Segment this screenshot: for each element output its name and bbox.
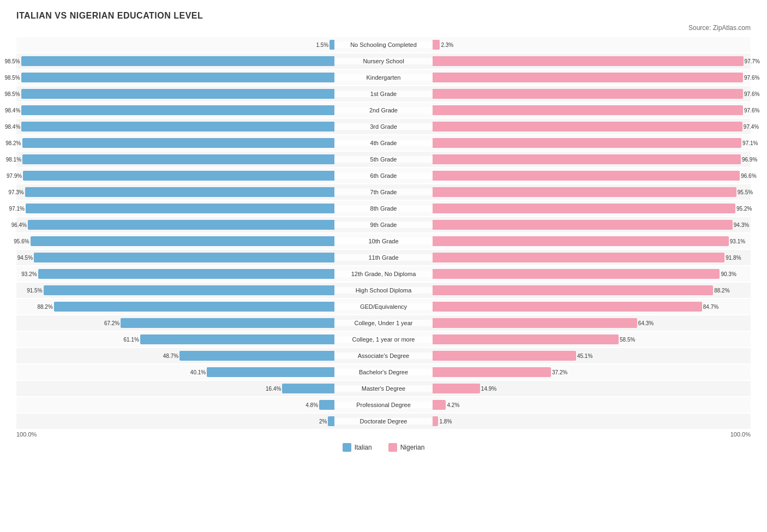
row-label: 8th Grade [334,205,433,212]
row-label: Bachelor's Degree [334,369,433,375]
chart-row: 98.2% 4th Grade 97.1% [16,135,751,151]
italian-value: 2% [319,419,327,425]
chart-row: 48.7% Associate's Degree 45.1% [16,348,751,363]
legend-nigerian: Nigerian [388,443,425,452]
chart-row: 16.4% Master's Degree 14.9% [16,381,751,396]
nigerian-value: 97.6% [744,91,759,97]
nigerian-bar: 97.4% [433,122,742,131]
nigerian-value: 96.9% [742,157,757,163]
italian-value: 96.4% [11,222,27,228]
nigerian-bar: 97.6% [433,73,743,82]
nigerian-bar: 97.6% [433,105,743,115]
nigerian-value: 14.9% [481,386,496,392]
italian-value: 67.2% [104,320,119,326]
nigerian-value: 45.1% [577,353,592,359]
nigerian-value: 1.8% [439,419,452,425]
nigerian-bar: 96.6% [433,171,740,181]
italian-value: 98.1% [6,157,21,163]
row-label: Master's Degree [334,385,433,392]
chart-row: 93.2% 12th Grade, No Diploma 90.3% [16,266,751,282]
italian-value: 61.1% [123,337,139,343]
legend-italian-box [343,443,351,452]
italian-value: 4.8% [305,402,318,408]
nigerian-bar: 64.3% [433,318,637,328]
italian-value: 98.2% [5,140,21,146]
italian-bar: 97.9% [23,171,334,181]
italian-bar: 97.1% [26,204,334,213]
axis-left-label: 100.0% [16,431,334,438]
row-label: College, 1 year or more [334,336,433,343]
legend-italian-label: Italian [355,444,372,451]
chart-row: 1.5% No Schooling Completed 2.3% [16,37,751,52]
nigerian-value: 2.3% [441,42,453,48]
nigerian-value: 93.1% [730,238,745,244]
nigerian-value: 4.2% [447,402,459,408]
nigerian-value: 97.6% [744,75,759,81]
row-label: Kindergarten [334,74,433,81]
chart-row: 98.5% Kindergarten 97.6% [16,70,751,85]
nigerian-bar: 37.2% [433,367,551,377]
nigerian-bar: 58.5% [433,334,619,344]
axis-row: 100.0% 100.0% [16,431,751,438]
italian-value: 93.2% [21,271,37,277]
italian-value: 95.6% [14,238,29,244]
nigerian-value: 97.1% [742,140,758,146]
legend-nigerian-box [388,443,397,452]
italian-value: 48.7% [163,353,178,359]
nigerian-bar: 94.3% [433,220,733,230]
italian-value: 98.5% [4,91,20,97]
italian-bar: 98.4% [21,122,334,131]
italian-bar: 40.1% [207,367,334,377]
chart-row: 2% Doctorate Degree 1.8% [16,414,751,429]
row-label: 10th Grade [334,238,433,244]
nigerian-bar: 95.2% [433,204,735,213]
italian-bar: 67.2% [121,318,334,328]
row-label: 5th Grade [334,156,433,163]
row-label: 4th Grade [334,140,433,146]
chart-row: 98.4% 2nd Grade 97.6% [16,103,751,118]
nigerian-bar: 88.2% [433,285,713,295]
italian-bar: 2% [328,416,334,426]
nigerian-bar: 91.8% [433,253,724,262]
nigerian-value: 37.2% [552,369,567,375]
italian-bar: 98.4% [21,105,334,115]
nigerian-value: 97.6% [744,107,759,113]
italian-value: 91.5% [27,288,42,294]
chart-row: 95.6% 10th Grade 93.1% [16,234,751,249]
italian-value: 97.3% [8,189,23,195]
nigerian-value: 64.3% [638,320,654,326]
italian-bar: 95.6% [31,236,334,246]
italian-bar: 96.4% [28,220,334,230]
row-label: 12th Grade, No Diploma [334,271,433,277]
nigerian-bar: 97.6% [433,89,743,99]
chart-row: 98.5% 1st Grade 97.6% [16,86,751,101]
chart-container: 1.5% No Schooling Completed 2.3% 98.5% N… [16,37,751,429]
chart-row: 88.2% GED/Equivalency 84.7% [16,299,751,314]
italian-bar: 61.1% [140,334,334,344]
italian-bar: 98.5% [21,73,334,82]
row-label: 2nd Grade [334,107,433,113]
italian-bar: 91.5% [44,285,334,295]
chart-row: 40.1% Bachelor's Degree 37.2% [16,364,751,380]
italian-bar: 98.5% [21,56,334,66]
italian-value: 98.4% [5,124,20,130]
chart-row: 91.5% High School Diploma 88.2% [16,283,751,298]
chart-row: 4.8% Professional Degree 4.2% [16,397,751,413]
row-label: 6th Grade [334,172,433,179]
nigerian-bar: 84.7% [433,302,702,312]
italian-bar: 98.5% [21,89,334,99]
italian-value: 98.5% [4,75,20,81]
nigerian-value: 88.2% [714,288,729,294]
row-label: 1st Grade [334,91,433,97]
nigerian-bar: 14.9% [433,384,480,393]
nigerian-value: 84.7% [703,304,718,310]
nigerian-value: 96.6% [741,173,756,179]
chart-row: 61.1% College, 1 year or more 58.5% [16,332,751,347]
nigerian-bar: 2.3% [433,40,440,50]
nigerian-value: 90.3% [721,271,736,277]
chart-row: 94.5% 11th Grade 91.8% [16,250,751,265]
italian-bar: 1.5% [329,40,334,50]
row-label: Associate's Degree [334,352,433,359]
legend-italian: Italian [343,443,372,452]
row-label: 3rd Grade [334,123,433,130]
